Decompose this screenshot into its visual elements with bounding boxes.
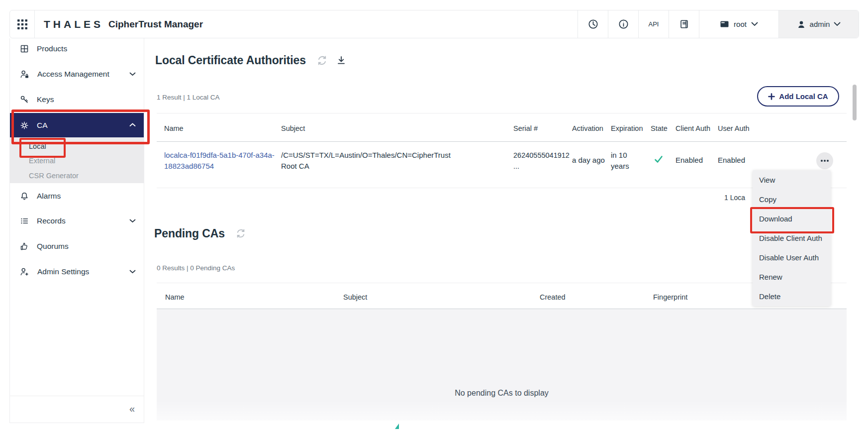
docs-button[interactable] <box>669 10 699 38</box>
column-header-state[interactable]: State <box>651 124 668 133</box>
app-canvas: THALES CipherTrust Manager API <box>0 0 868 432</box>
user-lock-icon <box>20 70 29 79</box>
user-menu[interactable]: admin <box>778 10 859 38</box>
user-gear-icon <box>20 267 29 277</box>
chevron-down-icon <box>834 22 841 26</box>
book-icon <box>679 19 689 29</box>
info-button[interactable] <box>608 10 638 38</box>
api-label: API <box>649 20 659 28</box>
header-divider <box>157 141 847 142</box>
ca-subject: /C=US/ST=TX/L=Austin/O=Thales/CN=CipherT… <box>281 150 451 172</box>
column-header-client-auth[interactable]: Client Auth <box>675 124 710 133</box>
sidebar-collapse-button[interactable]: « <box>127 401 137 417</box>
time-button[interactable] <box>578 10 608 38</box>
ellipsis-icon <box>820 159 829 162</box>
app-grid-icon <box>17 19 27 29</box>
row-actions-button[interactable] <box>816 152 833 169</box>
column-header-user-auth[interactable]: User Auth <box>718 124 750 133</box>
subitem-label: CSR Generator <box>29 172 79 180</box>
row-divider <box>157 188 847 188</box>
sidebar-item-label: Alarms <box>37 192 61 201</box>
add-local-ca-button[interactable]: Add Local CA <box>757 86 839 107</box>
person-icon <box>797 20 806 29</box>
plus-icon <box>768 93 775 100</box>
api-button[interactable]: API <box>638 10 669 38</box>
column-header-serial[interactable]: Serial # <box>513 124 538 133</box>
sidebar-subitem-external[interactable]: External <box>10 153 144 168</box>
sidebar-item-label: Keys <box>37 95 54 104</box>
menu-item-renew[interactable]: Renew <box>753 267 831 287</box>
state-check-icon <box>654 154 664 164</box>
client-auth-status: Enabled <box>675 156 703 164</box>
sidebar-item-access-management[interactable]: Access Management <box>10 67 144 82</box>
column-header-activation[interactable]: Activation <box>572 124 603 133</box>
menu-item-copy[interactable]: Copy <box>753 190 831 209</box>
products-grid-icon <box>20 44 29 53</box>
menu-item-download[interactable]: Download <box>753 209 831 228</box>
sidebar-item-label: Quorums <box>37 242 69 251</box>
domain-switcher[interactable]: root <box>699 10 778 38</box>
column-header-name[interactable]: Name <box>164 124 184 133</box>
sidebar-item-label: Records <box>37 216 66 225</box>
chevron-down-icon <box>129 72 136 76</box>
refresh-icon[interactable] <box>236 228 246 238</box>
user-auth-status: Enabled <box>718 156 745 164</box>
sidebar-item-records[interactable]: Records <box>10 214 144 228</box>
sidebar-item-keys[interactable]: Keys <box>10 92 144 107</box>
sidebar-item-alarms[interactable]: Alarms <box>10 189 144 204</box>
download-icon[interactable] <box>336 55 346 65</box>
ca-name-link[interactable]: localca-f01f9dfa-5a1b-470f-a34a-18823ad8… <box>164 150 278 172</box>
domain-label: root <box>734 20 747 28</box>
brand-logo: THALES CipherTrust Manager <box>35 10 203 38</box>
menu-item-disable-user-auth[interactable]: Disable User Auth <box>753 248 831 267</box>
app-launcher-button[interactable] <box>10 10 35 38</box>
pending-column-header-name[interactable]: Name <box>165 293 185 302</box>
menu-item-disable-client-auth[interactable]: Disable Client Auth <box>753 228 831 248</box>
pending-column-header-created[interactable]: Created <box>540 293 566 302</box>
clock-icon <box>588 19 598 29</box>
topbar-spacer <box>203 10 578 38</box>
ca-expiration: in 10 years <box>611 150 638 172</box>
page-title: Local Certificate Authorities <box>155 54 306 67</box>
chevron-up-icon <box>129 123 136 127</box>
bell-icon <box>20 192 29 201</box>
divider <box>157 113 847 113</box>
thales-wordmark: THALES <box>44 18 103 30</box>
subitem-label: Local <box>29 142 46 150</box>
row-actions-menu: View Copy Download Disable Client Auth D… <box>753 170 831 306</box>
top-bar: THALES CipherTrust Manager API <box>9 10 859 38</box>
subitem-label: External <box>29 157 55 165</box>
menu-item-delete[interactable]: Delete <box>753 287 831 306</box>
info-icon <box>618 19 629 29</box>
divider <box>157 283 847 283</box>
list-icon <box>20 216 29 225</box>
sidebar-item-ca[interactable]: CA <box>10 113 144 137</box>
ca-activation: a day ago <box>572 156 605 164</box>
user-label: admin <box>810 20 830 28</box>
sidebar-item-label: Admin Settings <box>37 267 89 276</box>
key-icon <box>20 95 29 104</box>
pending-column-header-subject[interactable]: Subject <box>343 293 367 302</box>
sidebar-item-products[interactable]: Products <box>10 41 144 56</box>
chevron-down-icon <box>129 270 136 274</box>
sidebar: Products Access Management <box>9 38 144 423</box>
add-local-ca-label: Add Local CA <box>779 92 828 101</box>
gear-icon <box>20 121 29 130</box>
table-footer-count: 1 Loca <box>652 194 745 203</box>
refresh-icon[interactable] <box>317 55 327 66</box>
pending-empty-state: No pending CAs to display <box>157 309 847 421</box>
column-header-subject[interactable]: Subject <box>281 124 305 133</box>
column-header-expiration[interactable]: Expiration <box>611 124 643 133</box>
sidebar-subitem-local[interactable]: Local <box>10 139 144 153</box>
chevron-down-icon <box>129 219 136 223</box>
sidebar-item-admin-settings[interactable]: Admin Settings <box>10 264 144 279</box>
sidebar-item-label: CA <box>37 121 48 130</box>
scrollbar-thumb[interactable] <box>853 85 857 120</box>
menu-item-view[interactable]: View <box>753 170 831 190</box>
pending-cas-title: Pending CAs <box>154 227 225 240</box>
pending-column-header-fingerprint[interactable]: Fingerprint <box>653 293 687 302</box>
empty-state-message: No pending CAs to display <box>157 389 847 398</box>
sidebar-subitem-csr-generator[interactable]: CSR Generator <box>10 168 144 183</box>
thumbs-up-icon <box>20 242 29 251</box>
sidebar-item-quorums[interactable]: Quorums <box>10 239 144 254</box>
